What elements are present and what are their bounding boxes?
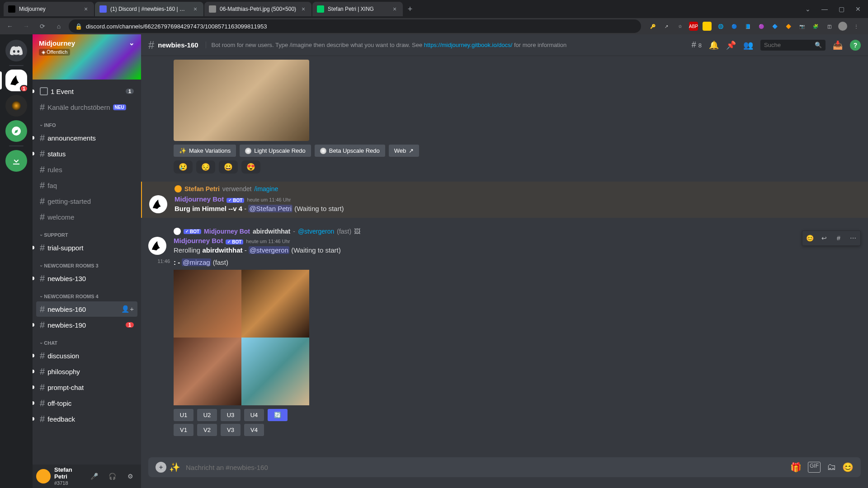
close-icon[interactable]: × [82, 5, 90, 13]
close-icon[interactable]: × [300, 5, 307, 13]
help-icon[interactable]: ? [850, 40, 861, 51]
settings-icon[interactable]: ⚙ [123, 469, 137, 483]
discord-home-button[interactable] [5, 40, 27, 61]
close-icon[interactable]: × [391, 5, 398, 13]
mention[interactable]: @mirzag [182, 258, 211, 266]
server-header[interactable]: Midjourney ⌄ ◈ Öffentlich [33, 34, 141, 80]
mention[interactable]: @stvergeron [249, 246, 289, 254]
channel-newbies-130[interactable]: #newbies-130 [36, 271, 137, 286]
category-newcomer-4[interactable]: NEWCOMER ROOMS 4 [33, 286, 141, 301]
v2-button[interactable]: V2 [197, 424, 217, 436]
u3-button[interactable]: U3 [221, 409, 241, 421]
emoji-icon[interactable]: 😊 [842, 462, 854, 473]
extension-icon[interactable]: 🔶 [784, 22, 793, 31]
message-input[interactable] [186, 464, 785, 471]
reaction[interactable]: 😔 [196, 160, 215, 174]
home-button[interactable]: ⌂ [52, 20, 65, 33]
more-icon[interactable]: ⋯ [846, 231, 860, 245]
v4-button[interactable]: V4 [244, 424, 264, 436]
reroll-button[interactable]: 🔄 [268, 409, 288, 421]
browse-channels-item[interactable]: # Kanäle durchstöbern NEU [36, 99, 137, 115]
browser-tab[interactable]: Stefan Petri | XING × [312, 2, 403, 16]
message-author[interactable]: Midjourney Bot [175, 195, 224, 203]
channel-off-topic[interactable]: #off-topic [36, 395, 137, 411]
browser-tab[interactable]: Midjourney × [4, 2, 94, 16]
bot-avatar[interactable] [149, 195, 167, 213]
channel-faq[interactable]: #faq [36, 178, 137, 193]
back-button[interactable]: ← [4, 20, 16, 33]
abp-extension-icon[interactable]: ABP [689, 22, 698, 31]
web-link-button[interactable]: Web ↗ [389, 145, 420, 157]
category-info[interactable]: INFO [33, 115, 141, 130]
threads-icon[interactable]: # 8 [692, 40, 702, 50]
mention[interactable]: @Stefan Petri [248, 205, 292, 212]
light-upscale-button[interactable]: Light Upscale Redo [240, 145, 311, 157]
deafen-icon[interactable]: 🎧 [105, 469, 119, 483]
u1-button[interactable]: U1 [174, 409, 193, 421]
channel-welcome[interactable]: #welcome [36, 209, 137, 225]
profile-avatar[interactable] [838, 22, 847, 31]
share-icon[interactable]: ↗ [662, 22, 671, 31]
channel-rules[interactable]: #rules [36, 162, 137, 177]
reaction[interactable]: 😀 [219, 160, 238, 174]
category-chat[interactable]: CHAT [33, 333, 141, 347]
mute-icon[interactable]: 🎤 [87, 469, 101, 483]
search-input[interactable] [764, 42, 815, 48]
user-avatar[interactable] [36, 469, 51, 483]
image-grid[interactable] [174, 270, 309, 405]
channel-newbies-190[interactable]: #newbies-1901 [36, 317, 137, 333]
download-button[interactable] [5, 150, 27, 172]
image-attachment[interactable] [174, 60, 309, 141]
close-icon[interactable]: ✕ [855, 5, 861, 13]
gift-icon[interactable]: 🎁 [790, 462, 802, 473]
message-author[interactable]: Midjourney Bot [174, 237, 223, 244]
reaction[interactable]: 😍 [241, 160, 260, 174]
u4-button[interactable]: U4 [244, 409, 264, 421]
chevron-down-icon[interactable]: ⌄ [805, 5, 811, 13]
thread-icon[interactable]: # [831, 231, 846, 245]
category-newcomer-3[interactable]: NEWCOMER ROOMS 3 [33, 256, 141, 270]
command-link[interactable]: /imagine [254, 185, 278, 192]
add-reaction-icon[interactable]: 😊 [802, 231, 817, 245]
v3-button[interactable]: V3 [221, 424, 241, 436]
system-user[interactable]: Stefan Petri [184, 185, 220, 192]
pinned-icon[interactable]: 📌 [726, 40, 736, 50]
notifications-icon[interactable]: 🔔 [709, 40, 719, 50]
topic-link[interactable]: https://midjourney.gitbook.io/docs/ [424, 42, 513, 48]
extension-icon[interactable] [703, 22, 712, 31]
camera-icon[interactable]: 📷 [797, 22, 807, 31]
members-icon[interactable]: 👥 [743, 40, 753, 50]
key-icon[interactable]: 🔑 [648, 22, 657, 31]
make-variations-button[interactable]: ✨Make Variations [174, 145, 236, 157]
browser-tab-active[interactable]: (1) Discord | #newbies-160 | Mid × [95, 2, 203, 16]
browser-tab[interactable]: 06-Matthias-Petri.jpg (500×500) × [204, 2, 311, 16]
channel-trial-support[interactable]: #trial-support [36, 240, 137, 255]
side-panel-icon[interactable]: ◫ [825, 22, 834, 31]
extension-icon[interactable]: 🔵 [730, 22, 739, 31]
channel-prompt-chat[interactable]: #prompt-chat [36, 380, 137, 395]
reaction[interactable]: 😢 [174, 160, 193, 174]
channel-discussion[interactable]: #discussion [36, 348, 137, 363]
channel-status[interactable]: #status [36, 146, 137, 161]
mention[interactable]: @stvergeron [298, 228, 334, 235]
reply-reference[interactable]: BOT Midjourney Bot abirdwithhat - @stver… [141, 224, 868, 235]
attach-button[interactable]: + [156, 462, 166, 473]
new-tab-button[interactable]: + [404, 3, 416, 15]
v1-button[interactable]: V1 [174, 424, 193, 436]
events-item[interactable]: 1 Event 1 [36, 84, 137, 99]
server-midjourney[interactable]: 1 [5, 70, 27, 91]
channel-philosophy[interactable]: #philosophy [36, 364, 137, 379]
channel-announcements[interactable]: #announcements [36, 130, 137, 145]
star-icon[interactable]: ☆ [675, 22, 684, 31]
reply-icon[interactable]: ↩ [817, 231, 831, 245]
reload-button[interactable]: ⟳ [36, 20, 49, 33]
url-input[interactable]: 🔒 discord.com/channels/66226797698429747… [69, 19, 641, 33]
channel-newbies-160[interactable]: #newbies-160👤+ [36, 301, 137, 317]
extension-icon[interactable]: 🟣 [757, 22, 766, 31]
category-support[interactable]: SUPPORT [33, 225, 141, 239]
explore-button[interactable] [5, 120, 27, 142]
add-person-icon[interactable]: 👤+ [121, 305, 134, 313]
minimize-icon[interactable]: — [821, 5, 828, 13]
server-icon[interactable] [5, 95, 27, 117]
close-icon[interactable]: × [192, 5, 199, 13]
